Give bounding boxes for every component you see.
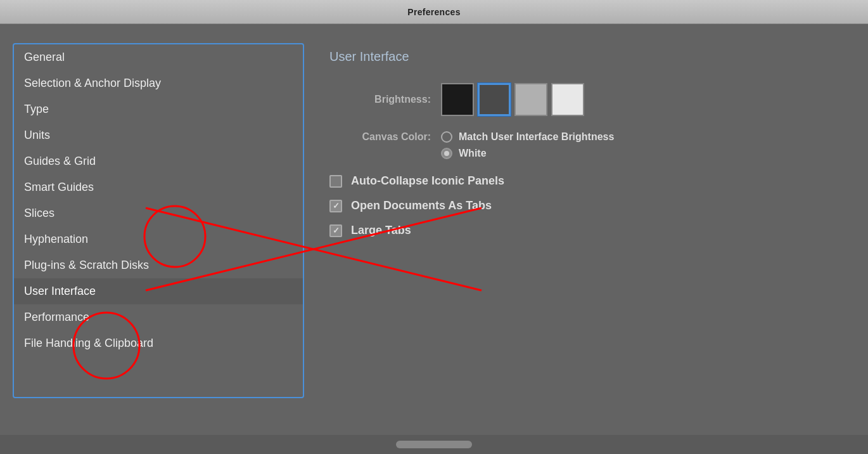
sidebar: General Selection & Anchor Display Type …: [13, 43, 304, 398]
auto-collapse-label: Auto-Collapse Iconic Panels: [351, 174, 504, 188]
sidebar-item-file-handling-clipboard[interactable]: File Handling & Clipboard: [14, 330, 303, 356]
window-title: Preferences: [407, 7, 460, 17]
large-tabs-label: Large Tabs: [351, 224, 411, 237]
sidebar-item-guides-grid[interactable]: Guides & Grid: [14, 148, 303, 174]
main-content: General Selection & Anchor Display Type …: [0, 24, 868, 435]
panel-title: User Interface: [329, 49, 830, 64]
canvas-color-options: Match User Interface Brightness White: [441, 131, 614, 159]
brightness-label: Brightness:: [329, 94, 431, 105]
canvas-color-row: Canvas Color: Match User Interface Brigh…: [329, 131, 830, 159]
sidebar-item-performance[interactable]: Performance: [14, 304, 303, 330]
sidebar-item-selection-anchor-display[interactable]: Selection & Anchor Display: [14, 70, 303, 96]
brightness-swatch-black[interactable]: [441, 83, 474, 116]
sidebar-item-slices[interactable]: Slices: [14, 200, 303, 226]
canvas-white-label: White: [459, 148, 487, 159]
sidebar-item-smart-guides[interactable]: Smart Guides: [14, 174, 303, 200]
canvas-match-radio[interactable]: [441, 131, 452, 143]
sidebar-item-type[interactable]: Type: [14, 96, 303, 122]
open-docs-tabs-checkbox[interactable]: [329, 200, 342, 212]
brightness-swatch-medium[interactable]: [514, 83, 547, 116]
title-bar: Preferences: [0, 0, 868, 24]
open-docs-tabs-label: Open Documents As Tabs: [351, 199, 492, 212]
sidebar-item-plugins-scratch[interactable]: Plug-ins & Scratch Disks: [14, 252, 303, 278]
sidebar-item-hyphenation[interactable]: Hyphenation: [14, 226, 303, 252]
bottom-bar: [0, 435, 868, 454]
canvas-white-option[interactable]: White: [441, 148, 614, 159]
sidebar-item-user-interface[interactable]: User Interface: [14, 278, 303, 304]
auto-collapse-row: Auto-Collapse Iconic Panels: [329, 174, 830, 188]
sidebar-item-general[interactable]: General: [14, 44, 303, 70]
brightness-swatch-light[interactable]: [551, 83, 584, 116]
open-docs-tabs-row: Open Documents As Tabs: [329, 199, 830, 212]
right-panel: User Interface Brightness: Canvas Color:: [304, 37, 855, 422]
brightness-row: Brightness:: [329, 83, 830, 116]
scroll-thumb[interactable]: [396, 441, 472, 448]
large-tabs-row: Large Tabs: [329, 224, 830, 237]
canvas-white-radio[interactable]: [441, 148, 452, 159]
brightness-swatches: [441, 83, 584, 116]
large-tabs-checkbox[interactable]: [329, 224, 342, 237]
auto-collapse-checkbox[interactable]: [329, 175, 342, 188]
canvas-match-label: Match User Interface Brightness: [459, 131, 614, 143]
canvas-color-label: Canvas Color:: [329, 131, 431, 143]
brightness-swatch-dark[interactable]: [478, 83, 511, 116]
canvas-match-option[interactable]: Match User Interface Brightness: [441, 131, 614, 143]
sidebar-item-units[interactable]: Units: [14, 122, 303, 148]
